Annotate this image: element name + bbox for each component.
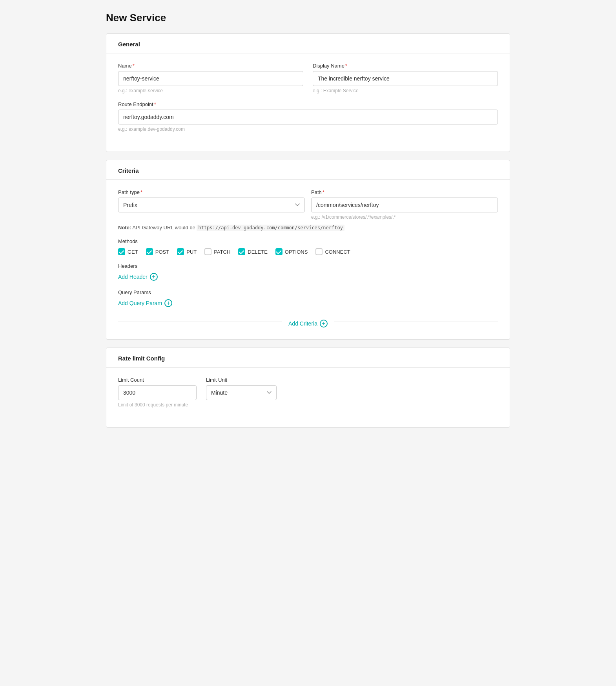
display-name-input[interactable] [313,71,498,86]
general-body: Name* e.g.: example-service Display Name… [106,63,510,132]
add-query-param-label: Add Query Param [118,300,162,306]
display-name-required: * [345,63,347,69]
page-title: New Service [106,12,510,24]
criteria-title: Criteria [118,167,139,174]
api-gateway-note: Note: API Gateway URL would be https://a… [118,225,498,230]
path-row: Path type* Prefix Exact Regex Path* [118,189,498,220]
add-criteria-button[interactable]: Add Criteria + [282,320,334,327]
path-hint: e.g.: /v1/commerce/stores/.*/examples/.* [311,214,498,220]
methods-section: Methods GET POST PUT [118,238,498,255]
add-header-link[interactable]: Add Header + [118,273,158,281]
method-delete[interactable]: DELETE [238,248,268,255]
path-type-select-wrapper: Prefix Exact Regex [118,198,305,212]
route-required: * [154,101,156,107]
general-title: General [118,41,140,48]
method-get-label: GET [128,249,138,255]
limit-count-group: Limit Count Limit of 3000 requests per m… [118,377,197,408]
methods-label: Methods [118,238,498,244]
query-params-label: Query Params [118,289,498,295]
limit-unit-group: Limit Unit Minute Hour Day [206,377,277,408]
path-label: Path* [311,189,498,195]
rate-limit-header: Rate limit Config [106,348,510,368]
route-endpoint-label: Route Endpoint* [118,101,498,107]
method-put[interactable]: PUT [177,248,197,255]
rate-limit-body: Limit Count Limit of 3000 requests per m… [106,377,510,408]
method-post[interactable]: POST [146,248,169,255]
criteria-section: Criteria Path type* Prefix Exact Regex [106,160,510,340]
rate-limit-row: Limit Count Limit of 3000 requests per m… [118,377,498,408]
limit-unit-label: Limit Unit [206,377,277,383]
name-display-row: Name* e.g.: example-service Display Name… [118,63,498,93]
rate-limit-title: Rate limit Config [118,355,165,362]
display-name-group: Display Name* e.g.: Example Service [313,63,498,93]
path-type-required: * [140,189,142,195]
method-delete-label: DELETE [248,249,268,255]
criteria-header: Criteria [106,160,510,180]
route-endpoint-group: Route Endpoint* e.g.: example.dev-godadd… [118,101,498,132]
add-criteria-icon: + [320,320,328,327]
limit-unit-select[interactable]: Minute Hour Day [206,385,277,400]
method-connect-checkbox[interactable] [315,248,323,255]
display-name-label: Display Name* [313,63,498,69]
name-label: Name* [118,63,303,69]
add-criteria-label: Add Criteria [288,320,317,327]
method-get[interactable]: GET [118,248,138,255]
rate-limit-section: Rate limit Config Limit Count Limit of 3… [106,348,510,428]
method-delete-checkbox[interactable] [238,248,245,255]
path-type-select[interactable]: Prefix Exact Regex [118,198,305,212]
path-type-label: Path type* [118,189,305,195]
method-get-checkbox[interactable] [118,248,125,255]
method-connect[interactable]: CONNECT [315,248,350,255]
name-input[interactable] [118,71,303,86]
display-name-hint: e.g.: Example Service [313,88,498,93]
route-endpoint-row: Route Endpoint* e.g.: example.dev-godadd… [118,101,498,132]
name-group: Name* e.g.: example-service [118,63,303,93]
method-patch[interactable]: PATCH [204,248,230,255]
method-options-label: OPTIONS [285,249,308,255]
add-query-param-link[interactable]: Add Query Param + [118,299,172,307]
add-query-param-icon: + [164,299,172,307]
name-required: * [133,63,135,69]
path-input[interactable] [311,198,498,212]
name-hint: e.g.: example-service [118,88,303,93]
methods-row: GET POST PUT PATCH [118,248,498,255]
method-patch-checkbox[interactable] [204,248,211,255]
method-patch-label: PATCH [214,249,230,255]
limit-unit-select-wrapper: Minute Hour Day [206,385,277,400]
route-endpoint-input[interactable] [118,110,498,124]
method-post-checkbox[interactable] [146,248,153,255]
headers-label: Headers [118,263,498,269]
note-label: Note: [118,225,131,230]
limit-count-input[interactable] [118,385,197,400]
limit-hint: Limit of 3000 requests per minute [118,402,197,408]
general-header: General [106,34,510,53]
general-section: General Name* e.g.: example-service Disp… [106,33,510,152]
headers-block: Headers Add Header + [118,263,498,281]
method-options-checkbox[interactable] [275,248,282,255]
method-post-label: POST [155,249,169,255]
method-put-label: PUT [186,249,197,255]
method-put-checkbox[interactable] [177,248,184,255]
path-group: Path* e.g.: /v1/commerce/stores/.*/examp… [311,189,498,220]
add-header-label: Add Header [118,274,148,280]
route-endpoint-hint: e.g.: example.dev-godaddy.com [118,126,498,132]
criteria-body: Path type* Prefix Exact Regex Path* [106,189,510,327]
path-type-group: Path type* Prefix Exact Regex [118,189,305,220]
add-criteria-row: Add Criteria + [118,316,498,327]
method-options[interactable]: OPTIONS [275,248,308,255]
note-url: https://api.dev-godaddy.com/common/servi… [197,225,344,231]
limit-count-label: Limit Count [118,377,197,383]
add-header-icon: + [150,273,158,281]
method-connect-label: CONNECT [325,249,350,255]
query-params-block: Query Params Add Query Param + [118,289,498,307]
path-required: * [323,189,324,195]
